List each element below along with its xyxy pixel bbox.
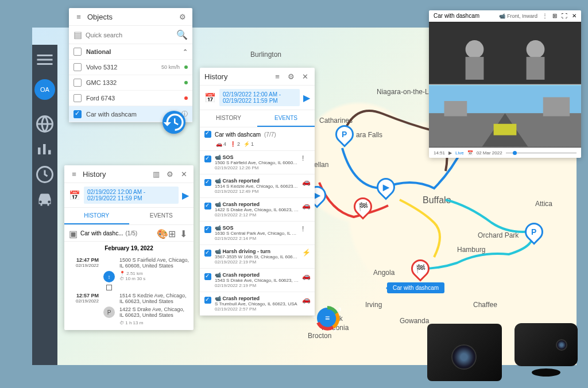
event-row[interactable]: 📹 SOS 1500 S Fairfield Ave, Chicago, IL …	[200, 151, 315, 174]
map-object-label[interactable]: Car with dashcam	[387, 282, 444, 293]
event-address: 1500 S Fairfield Ave, Chicago, IL 60608,…	[215, 160, 299, 165]
list-icon[interactable]: ≡	[74, 11, 84, 22]
object-row[interactable]: Volvo 5312 50 km/h	[69, 60, 192, 75]
object-group[interactable]: National ⌃	[69, 44, 192, 60]
play-icon[interactable]: ▶	[182, 190, 189, 201]
map-cluster[interactable]: ≡ 4 3 7	[315, 305, 340, 331]
checkbox[interactable]	[204, 250, 211, 257]
checkbox[interactable]	[74, 79, 82, 87]
events-summary: 🚗 4 ❗ 2 ⚡ 1	[200, 141, 315, 151]
map-marker-parking[interactable]: P	[335, 125, 354, 148]
history-timeline: 12:47 PM02/19/2022 1500 S Fairfield Ave,…	[64, 255, 194, 330]
event-timestamp: 02/19/2022 12:49 PM	[215, 189, 299, 194]
status-dot	[184, 96, 188, 100]
grid-icon[interactable]: ⊞	[168, 228, 177, 238]
close-icon[interactable]: ✕	[179, 169, 189, 179]
date-range[interactable]: 02/19/2022 12:00 AM - 02/19/2022 11:59 P…	[219, 89, 300, 106]
palette-icon[interactable]: 🎨	[157, 228, 166, 238]
event-type-icon: !	[302, 154, 310, 162]
dashcam-device-2	[514, 323, 578, 377]
expand-icon[interactable]: ⛶	[562, 13, 567, 19]
event-row[interactable]: 📹 Crash reported S Trumbull Ave, Chicago…	[200, 292, 315, 316]
object-speed: 50 km/h	[161, 64, 180, 70]
checkbox[interactable]	[204, 179, 211, 186]
list-icon[interactable]: ≡	[69, 169, 79, 179]
cam-cal-icon[interactable]: 📅	[467, 150, 473, 156]
stop-icon[interactable]	[106, 285, 112, 290]
event-row[interactable]: 📹 Crash reported 1422 S Drake Ave, Chica…	[200, 198, 315, 222]
gear-icon[interactable]: ⚙	[177, 11, 188, 22]
object-row[interactable]: Ford 6743	[69, 91, 192, 106]
columns-icon[interactable]: ▥	[151, 169, 161, 179]
globe-icon[interactable]	[34, 114, 55, 134]
event-title: 📹 SOS	[215, 154, 299, 160]
avatar[interactable]: OA	[34, 79, 55, 100]
city-burlington: Burlington	[250, 51, 281, 59]
collapse-icon[interactable]: ▣	[69, 228, 78, 238]
close-icon[interactable]: ✕	[300, 71, 310, 82]
date-range[interactable]: 02/19/2022 12:00 AM - 02/19/2022 11:59 P…	[84, 187, 179, 204]
event-row[interactable]: 📹 Crash reported 1514 S Kedzie Ave, Chic…	[200, 174, 315, 198]
menu-icon[interactable]	[34, 49, 55, 70]
tab-history[interactable]: HISTORY	[64, 208, 129, 224]
more-icon[interactable]: ⋮	[542, 13, 548, 19]
history-fab[interactable]	[163, 111, 185, 134]
checkbox[interactable]	[74, 110, 82, 118]
city-gowanda: Gowanda	[400, 317, 429, 325]
parking-node-icon[interactable]: P	[103, 306, 115, 318]
events-group-name: Car with dashcam	[215, 131, 261, 138]
event-type-icon: 🚗	[302, 296, 310, 304]
stats-icon[interactable]	[34, 139, 55, 160]
camera-panel: Car with dashcam 📹 Front, Inward ⋮ ⊞ ⛶ ✕…	[429, 10, 581, 158]
checkbox[interactable]	[204, 273, 211, 280]
camera-view-front[interactable]	[429, 85, 581, 148]
car-icon[interactable]	[34, 189, 55, 210]
map-marker-play[interactable]: ▶	[377, 178, 395, 201]
map-marker-finish[interactable]: 🏁	[354, 197, 372, 220]
download-icon[interactable]: ⬇	[180, 228, 189, 238]
clock-icon[interactable]	[34, 164, 55, 185]
search-input[interactable]	[86, 32, 173, 38]
calendar-icon[interactable]: 📅	[69, 190, 80, 201]
checkbox[interactable]	[204, 226, 211, 233]
camera-view-inward[interactable]	[429, 22, 581, 85]
chevron-up-icon: ⌃	[183, 48, 188, 56]
close-icon[interactable]: ✕	[572, 13, 577, 19]
search-icon[interactable]: 🔍	[176, 29, 188, 40]
event-type-icon: 🚗	[302, 272, 310, 280]
object-row[interactable]: GMC 1332	[69, 75, 192, 91]
cam-timeline[interactable]	[506, 152, 577, 154]
tab-events[interactable]: EVENTS	[129, 208, 194, 224]
camera-title: Car with dashcam	[434, 13, 479, 19]
cam-live-label[interactable]: Live	[455, 150, 464, 156]
checkbox[interactable]	[74, 63, 82, 71]
gear-icon[interactable]: ⚙	[286, 71, 296, 82]
map-marker-parking[interactable]: P	[525, 223, 543, 246]
checkbox[interactable]	[204, 203, 211, 209]
route-node-icon[interactable]: ↕	[103, 271, 115, 282]
event-row[interactable]: 📹 SOS 1630 S Central Park Ave, Chicago, …	[200, 222, 315, 245]
grid-icon[interactable]: ⊞	[552, 13, 557, 19]
gear-icon[interactable]: ⚙	[165, 169, 175, 179]
event-timestamp: 02/19/2022 2:19 PM	[215, 259, 299, 265]
filter-icon[interactable]: ▤	[74, 29, 82, 40]
tab-history[interactable]: HISTORY	[200, 110, 257, 127]
checkbox[interactable]	[74, 94, 82, 102]
checkbox[interactable]	[204, 297, 211, 304]
event-row[interactable]: 📹 Crash reported 1543 S Drake Ave, Chica…	[200, 269, 315, 292]
map-marker-finish[interactable]: 🏁	[411, 259, 430, 282]
event-row[interactable]: 📹 Harsh driving - turn 3567-3535 W 16th …	[200, 245, 315, 269]
columns-icon[interactable]: ≡	[272, 71, 283, 82]
cam-play-icon[interactable]: ▶	[448, 150, 452, 156]
play-icon[interactable]: ▶	[303, 92, 310, 103]
event-timestamp: 02/19/2022 2:12 PM	[215, 212, 299, 218]
tab-events[interactable]: EVENTS	[257, 110, 315, 127]
calendar-icon[interactable]: 📅	[204, 92, 216, 103]
svg-rect-8	[527, 57, 545, 80]
device-name: Car with dashc...	[80, 230, 123, 236]
event-address: 1630 S Central Park Ave, Chicago, IL 606…	[215, 231, 299, 236]
object-name: Volvo 5312	[86, 64, 117, 71]
object-name: Car with dashcam	[86, 111, 137, 118]
event-title: 📹 SOS	[215, 225, 299, 231]
checkbox[interactable]	[204, 156, 211, 162]
